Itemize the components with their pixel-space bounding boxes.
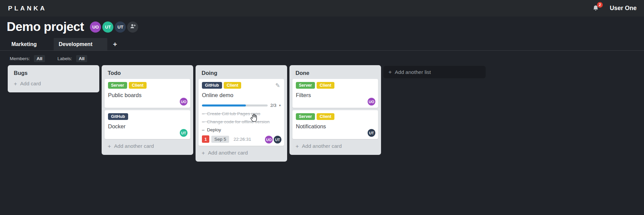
card-title: Public boards — [108, 92, 187, 98]
plus-icon: + — [108, 143, 111, 149]
task-item: Change code for offline version — [202, 119, 281, 125]
add-card-button[interactable]: + Add another card — [196, 146, 287, 161]
top-bar: PLANKA 2 User One — [0, 0, 644, 16]
list-title[interactable]: Doing — [196, 65, 287, 78]
card-title: Filters — [296, 92, 375, 98]
add-card-button[interactable]: + Add another card — [289, 139, 381, 154]
card-labels: Server Client — [296, 113, 375, 120]
card-stack: Server Client Public boards UO GitHub Do… — [102, 78, 193, 139]
labels-filter-label: Labels: — [57, 56, 72, 61]
card-assignees: UO — [180, 98, 187, 105]
pencil-icon: ✎ — [275, 82, 280, 89]
card-labels: Server Client — [296, 82, 375, 89]
due-date-badge[interactable]: Sep 5 — [211, 136, 229, 143]
progress-count: 2/3 — [270, 103, 276, 108]
label-server[interactable]: Server — [296, 113, 315, 120]
card-filters[interactable]: Server Client Filters UO — [292, 79, 378, 108]
label-github[interactable]: GitHub — [202, 82, 222, 89]
card-title: Online demo — [202, 92, 281, 98]
add-list-label: Add another list — [395, 69, 431, 75]
assignee-avatar[interactable]: UT — [274, 136, 281, 143]
card-labels: GitHub — [108, 113, 187, 120]
list-todo: Todo Server Client Public boards UO GitH… — [102, 65, 193, 155]
timer-value[interactable]: 22:26:31 — [233, 137, 251, 142]
chevron-down-icon[interactable]: ▾ — [279, 103, 281, 107]
card-public-boards[interactable]: Server Client Public boards UO — [105, 79, 190, 108]
card-assignees: UT — [368, 129, 375, 137]
add-card-label: Add another card — [114, 143, 154, 149]
plus-icon: + — [14, 81, 17, 87]
topbar-right: 2 User One — [592, 4, 637, 12]
person-plus-icon — [129, 23, 136, 31]
edit-card-button[interactable]: ✎ — [275, 82, 280, 89]
label-client[interactable]: Client — [224, 82, 241, 89]
card-assignees: UT — [180, 129, 187, 137]
add-board-button[interactable]: + — [107, 38, 123, 50]
filter-bar: Members: All Labels: All — [0, 51, 644, 62]
assignee-avatar[interactable]: UO — [368, 98, 375, 105]
tab-development[interactable]: Development — [54, 38, 107, 50]
label-client[interactable]: Client — [129, 82, 147, 89]
planka-logo: PLANKA — [8, 5, 47, 12]
card-notifications[interactable]: Server Client Notifications UT — [292, 110, 378, 139]
list-doing: Doing GitHub Client ✎ Online demo 2/3 ▾ — [196, 65, 287, 162]
card-labels: Server Client — [108, 82, 187, 89]
assignee-avatar[interactable]: UT — [368, 129, 375, 137]
bell-icon — [592, 8, 600, 13]
list-bugs: Bugs + Add card — [8, 65, 99, 92]
members-filter-label: Members: — [10, 56, 30, 61]
user-menu[interactable]: User One — [610, 5, 637, 12]
project-header: Demo project UO UT UT — [0, 16, 644, 34]
plus-icon: + — [296, 143, 299, 149]
card-title: Notifications — [296, 123, 375, 130]
project-title[interactable]: Demo project — [7, 20, 84, 34]
card-assignees: UO UT — [265, 136, 281, 143]
list-done: Done Server Client Filters UO Server Cli… — [289, 65, 381, 155]
card-stack: GitHub Client ✎ Online demo 2/3 ▾ Create… — [196, 78, 287, 146]
add-card-button[interactable]: + Add another card — [102, 139, 193, 154]
board: Bugs + Add card Todo Server Client Publi… — [0, 62, 644, 162]
label-client[interactable]: Client — [317, 82, 334, 89]
card-assignees: UO — [368, 98, 375, 105]
plus-icon: + — [113, 40, 117, 48]
add-member-button[interactable] — [127, 22, 138, 33]
card-title: Docker — [108, 123, 187, 130]
progress-fill — [202, 104, 246, 106]
planka-app: PLANKA 2 User One Demo project UO UT UT — [0, 0, 644, 215]
notification-count-badge: 2 — [597, 2, 603, 8]
label-github[interactable]: GitHub — [108, 113, 128, 120]
member-avatar[interactable]: UT — [102, 22, 113, 33]
plus-icon: + — [388, 69, 392, 75]
progress-track — [202, 104, 268, 106]
list-title[interactable]: Bugs — [8, 65, 99, 78]
add-list-button[interactable]: + Add another list — [383, 66, 486, 78]
plus-icon: + — [202, 150, 205, 156]
add-card-label: Add card — [20, 81, 41, 87]
card-stack: Server Client Filters UO Server Client N… — [289, 78, 381, 139]
card-online-demo[interactable]: GitHub Client ✎ Online demo 2/3 ▾ Create… — [199, 79, 284, 146]
task-item: Deploy — [202, 127, 281, 133]
add-card-button[interactable]: + Add card — [8, 78, 99, 91]
members-filter-value[interactable]: All — [34, 55, 45, 62]
assignee-avatar[interactable]: UO — [265, 136, 273, 143]
add-card-label: Add another card — [208, 150, 248, 156]
task-list: Create GitHub Pages repo Change code for… — [202, 111, 281, 133]
assignee-avatar[interactable]: UT — [180, 129, 187, 137]
task-progress[interactable]: 2/3 ▾ — [202, 103, 281, 108]
label-server[interactable]: Server — [296, 82, 315, 89]
tab-marketing[interactable]: Marketing — [0, 38, 54, 50]
list-title[interactable]: Todo — [102, 65, 193, 78]
labels-filter-value[interactable]: All — [76, 55, 87, 62]
member-avatar[interactable]: UO — [90, 22, 101, 33]
label-client[interactable]: Client — [317, 113, 334, 120]
list-title[interactable]: Done — [289, 65, 381, 78]
project-members: UO UT UT — [90, 22, 138, 33]
member-avatar[interactable]: UT — [115, 22, 126, 33]
label-server[interactable]: Server — [108, 82, 127, 89]
notifications-button[interactable]: 2 — [592, 4, 600, 12]
assignee-avatar[interactable]: UO — [180, 98, 187, 105]
card-docker[interactable]: GitHub Docker UT — [105, 110, 190, 139]
task-item: Create GitHub Pages repo — [202, 111, 281, 117]
card-labels: GitHub Client — [202, 82, 281, 89]
board-tabs: Marketing Development + — [0, 38, 644, 51]
